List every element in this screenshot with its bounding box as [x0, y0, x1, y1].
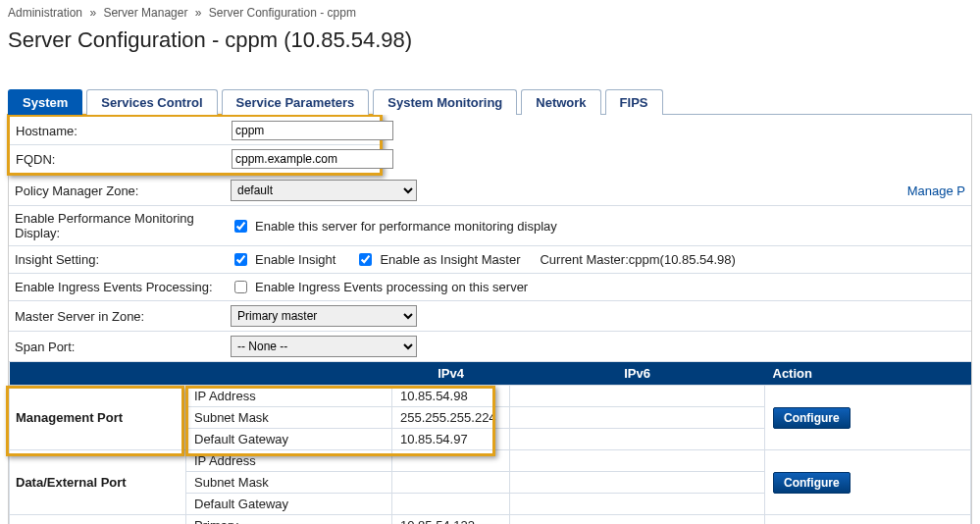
hostname-label: Hostname:: [10, 121, 228, 141]
mgmt-section: Management Port: [10, 386, 186, 450]
mgmt-gw-value: 10.85.54.97: [392, 429, 510, 450]
ingress-label: Enable Ingress Events Processing:: [9, 277, 227, 297]
master-label: Master Server in Zone:: [9, 306, 227, 327]
insight-enable-text: Enable Insight: [255, 252, 335, 267]
data-section: Data/External Port: [10, 450, 186, 515]
tab-network[interactable]: Network: [521, 89, 600, 115]
th-ipv6: IPv6: [510, 362, 765, 386]
dns-primary-value: 10.85.54.122: [392, 515, 510, 525]
ingress-checkbox[interactable]: [234, 281, 247, 293]
insight-master-text: Enable as Insight Master: [380, 252, 520, 267]
network-table: IPv4 IPv6 Action Management Port IP Addr…: [9, 362, 971, 524]
ingress-check-text: Enable Ingress Events processing on this…: [255, 280, 528, 294]
breadcrumb-sep: »: [191, 6, 206, 20]
mgmt-ip-value: 10.85.54.98: [392, 386, 510, 407]
breadcrumb-sep: »: [85, 6, 100, 20]
breadcrumb-admin[interactable]: Administration: [8, 6, 82, 20]
insight-enable-checkbox[interactable]: [234, 253, 247, 266]
zone-select[interactable]: default: [231, 180, 417, 201]
perf-check-text: Enable this server for performance monit…: [255, 219, 557, 234]
mgmt-mask-value: 255.255.255.224: [392, 407, 510, 429]
mgmt-gw-label: Default Gateway: [186, 429, 392, 450]
ingress-checkbox-label[interactable]: Enable Ingress Events processing on this…: [231, 278, 528, 296]
tab-service-parameters[interactable]: Service Parameters: [222, 89, 370, 115]
manage-zones-link[interactable]: Manage P: [907, 183, 965, 198]
dns-section: DNS Settings: [10, 515, 186, 525]
insight-master-label[interactable]: Enable as Insight Master: [355, 250, 520, 269]
perf-checkbox-label[interactable]: Enable this server for performance monit…: [231, 217, 557, 236]
span-label: Span Port:: [9, 337, 227, 357]
perf-checkbox[interactable]: [234, 220, 247, 233]
data-mask-label: Subnet Mask: [186, 472, 392, 494]
hostname-input[interactable]: [232, 121, 393, 140]
data-gw-label: Default Gateway: [186, 494, 392, 515]
tab-fips[interactable]: FIPS: [605, 89, 663, 115]
fqdn-input[interactable]: [232, 149, 393, 169]
insight-enable-label[interactable]: Enable Insight: [231, 250, 335, 269]
data-ip-label: IP Address: [186, 450, 392, 472]
span-select[interactable]: -- None --: [231, 336, 417, 357]
perf-label: Enable Performance Monitoring Display:: [9, 208, 227, 243]
insight-label: Insight Setting:: [9, 249, 227, 270]
tab-system[interactable]: System: [8, 89, 82, 115]
page-title: Server Configuration - cppm (10.85.54.98…: [8, 27, 972, 53]
fqdn-label: FQDN:: [10, 149, 228, 170]
master-select[interactable]: Primary master: [231, 305, 417, 327]
breadcrumb: Administration » Server Manager » Server…: [8, 4, 972, 26]
tab-services-control[interactable]: Services Control: [86, 89, 217, 115]
insight-master-checkbox[interactable]: [359, 253, 372, 266]
mgmt-configure-button[interactable]: Configure: [773, 407, 851, 429]
breadcrumb-server-manager[interactable]: Server Manager: [103, 6, 187, 20]
zone-label: Policy Manager Zone:: [9, 181, 227, 201]
tab-system-monitoring[interactable]: System Monitoring: [373, 89, 517, 115]
mgmt-mask-label: Subnet Mask: [186, 407, 392, 429]
insight-current-master: Current Master:cppm(10.85.54.98): [540, 252, 735, 267]
breadcrumb-current: Server Configuration - cppm: [209, 6, 356, 20]
data-configure-button[interactable]: Configure: [773, 472, 851, 494]
dns-primary-label: Primary: [186, 515, 392, 525]
mgmt-ip-label: IP Address: [186, 386, 392, 407]
tabs: System Services Control Service Paramete…: [8, 88, 972, 115]
form-area: Hostname: FQDN: Policy Manager Zone: def…: [8, 114, 972, 524]
th-action: Action: [765, 362, 971, 386]
th-ipv4: IPv4: [392, 362, 510, 386]
